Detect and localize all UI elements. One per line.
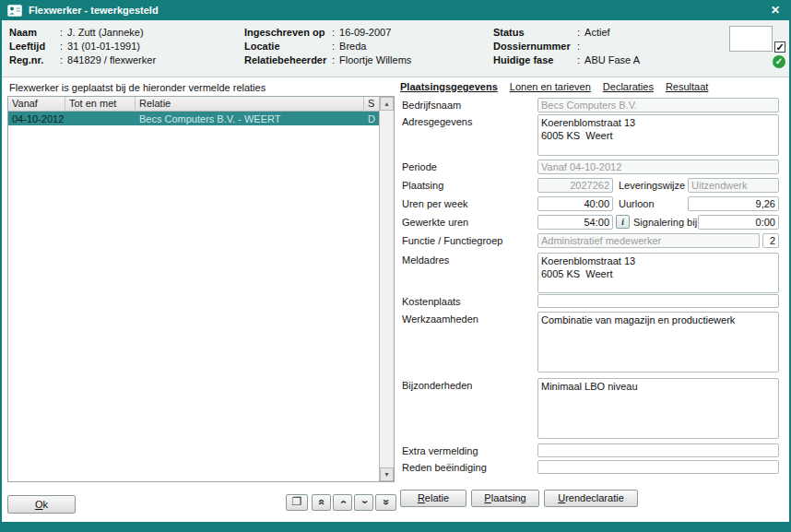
periode-field[interactable]: Vanaf 04-10-2012 (537, 160, 779, 174)
header-field-status: Status : Actief (493, 25, 640, 39)
ingeschreven-value: 16-09-2007 (339, 27, 391, 38)
extra-vermelding-field[interactable] (537, 443, 779, 457)
new-record-button[interactable]: ❐ (286, 494, 308, 511)
photo-placeholder (729, 26, 773, 52)
last-record-icon: » (379, 499, 393, 505)
previous-record-icon: ‹ (336, 501, 349, 504)
functie-field[interactable]: Administratief medewerker (537, 233, 760, 248)
signalering-bij-label: Signalering bij (633, 217, 697, 228)
uren-per-week-label: Uren per week (402, 198, 468, 209)
huidige-fase-value: ABU Fase A (584, 54, 640, 65)
plaatsing-button[interactable]: Plaatsing (471, 490, 539, 507)
info-icon[interactable]: i (616, 215, 630, 229)
cell-vanaf: 04-10-2012 (8, 113, 65, 124)
column-header-vanaf[interactable]: Vanaf (8, 97, 65, 112)
flexworker-card-icon (7, 5, 22, 17)
header-field-huidige-fase: Huidige fase : ABU Fase A (493, 53, 640, 66)
close-icon[interactable]: ✕ (767, 4, 784, 17)
previous-record-button[interactable]: ‹ (333, 494, 352, 511)
cell-relatie: Becs Computers B.V. - WEERT (136, 113, 364, 124)
kostenplaats-label: Kostenplaats (402, 296, 461, 307)
column-header-s[interactable]: S (364, 97, 379, 112)
window-title: Flexwerker - tewerkgesteld (29, 5, 767, 16)
bedrijfsnaam-label: Bedrijfsnaam (402, 100, 461, 111)
page-icon: ❐ (292, 495, 302, 508)
header-field-dossiernummer: Dossiernummer : (493, 39, 640, 53)
naam-value: J. Zutt (Janneke) (67, 27, 144, 38)
flexworker-window: { "window": { "title": "Flexwerker - tew… (0, 0, 791, 532)
signalering-bij-field[interactable]: 0:00 (698, 215, 779, 230)
table-row[interactable]: 04-10-2012 Becs Computers B.V. - WEERT D (8, 112, 379, 125)
person-header: Naam : J. Zutt (Janneke) Leeftijd : 31 (… (2, 20, 789, 77)
cell-s: D (364, 113, 379, 124)
header-checkbox[interactable]: ✓ (774, 41, 785, 53)
gewerkte-uren-field[interactable]: 54:00 (537, 215, 613, 230)
reden-beeindiging-field[interactable] (537, 460, 779, 474)
detail-tabs: Plaatsingsgegevens Lonen en tarieven Dec… (400, 81, 708, 92)
meldadres-label: Meldadres (402, 254, 449, 266)
reden-beeindiging-label: Reden beëindiging (402, 462, 487, 473)
adresgegevens-label: Adresgegevens (402, 116, 472, 127)
vertical-scrollbar[interactable]: ▲ ▼ (379, 97, 394, 481)
first-record-icon: « (314, 499, 328, 505)
tab-declaraties[interactable]: Declaraties (603, 81, 654, 92)
header-field-regnr: Reg.nr. : 841829 / flexwerker (9, 53, 156, 66)
periode-label: Periode (402, 161, 437, 172)
regnr-value: 841829 / flexwerker (67, 54, 156, 65)
uurloon-label: Uurloon (619, 198, 655, 209)
window-border-left (0, 0, 2, 532)
relatiebeheerder-value: Floortje Willems (339, 54, 411, 65)
placements-table: Vanaf Tot en met Relatie S 04-10-2012 Be… (7, 96, 395, 482)
column-header-tot-en-met[interactable]: Tot en met (65, 97, 136, 112)
werkzaamheden-label: Werkzaamheden (402, 313, 478, 325)
uren-per-week-field[interactable]: 40:00 (537, 196, 613, 211)
status-ok-icon: ✓ (773, 55, 785, 68)
last-record-button[interactable]: » (375, 494, 396, 511)
meldadres-field[interactable]: Koerenblomstraat 13 6005 KS Weert (537, 253, 779, 293)
header-field-naam: Naam : J. Zutt (Janneke) (9, 25, 156, 39)
ok-button[interactable]: Ok (7, 495, 76, 514)
placements-table-header: Vanaf Tot en met Relatie S (8, 97, 379, 112)
bijzonderheden-field[interactable]: Minimaal LBO niveau (537, 378, 779, 439)
functie-label: Functie / Functiegroep (402, 235, 502, 246)
leveringswijze-field[interactable]: Uitzendwerk (688, 178, 779, 193)
kostenplaats-field[interactable] (537, 294, 779, 308)
locatie-value: Breda (339, 41, 366, 52)
first-record-button[interactable]: « (312, 494, 331, 511)
placements-caption: Flexwerker is geplaatst bij de hieronder… (9, 82, 266, 93)
header-field-locatie: Locatie : Breda (244, 39, 411, 53)
tab-resultaat[interactable]: Resultaat (666, 81, 708, 92)
urendeclaratie-button[interactable]: Urendeclaratie (544, 490, 638, 507)
bedrijfsnaam-field[interactable]: Becs Computers B.V. (537, 98, 779, 112)
uurloon-field[interactable]: 9,26 (688, 196, 779, 211)
leeftijd-value: 31 (01-01-1991) (67, 41, 140, 52)
scroll-down-icon[interactable]: ▼ (380, 467, 394, 481)
relatie-button[interactable]: Relatie (400, 490, 466, 507)
scroll-up-icon[interactable]: ▲ (380, 97, 394, 111)
window-border-bottom (0, 522, 791, 532)
header-field-ingeschreven: Ingeschreven op : 16-09-2007 (244, 25, 411, 39)
titlebar: Flexwerker - tewerkgesteld ✕ (0, 0, 791, 20)
next-record-icon: › (357, 501, 371, 504)
plaatsing-field[interactable]: 2027262 (537, 178, 613, 193)
header-field-leeftijd: Leeftijd : 31 (01-01-1991) (9, 39, 156, 53)
bijzonderheden-label: Bijzonderheden (402, 380, 472, 391)
functiegroep-field[interactable]: 2 (762, 233, 779, 248)
gewerkte-uren-label: Gewerkte uren (402, 217, 468, 228)
column-header-relatie[interactable]: Relatie (136, 97, 364, 112)
adresgegevens-field[interactable]: Koerenblomstraat 13 6005 KS Weert (537, 114, 779, 156)
leveringswijze-label: Leveringswijze (619, 180, 685, 191)
tab-lonen-en-tarieven[interactable]: Lonen en tarieven (510, 81, 591, 92)
werkzaamheden-field[interactable]: Combinatie van magazijn en productiewerk (537, 312, 779, 372)
next-record-button[interactable]: › (354, 494, 373, 511)
status-value: Actief (584, 27, 610, 38)
extra-vermelding-label: Extra vermelding (402, 445, 478, 456)
plaatsing-label: Plaatsing (402, 180, 443, 191)
tab-plaatsingsgegevens[interactable]: Plaatsingsgegevens (400, 81, 498, 92)
header-field-relatiebeheerder: Relatiebeheerder : Floortje Willems (244, 53, 411, 66)
